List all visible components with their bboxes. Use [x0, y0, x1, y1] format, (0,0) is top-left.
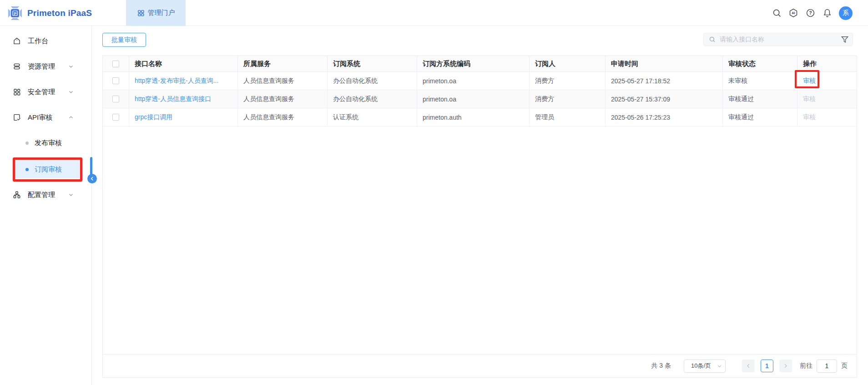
- table-header-row: 接口名称所属服务订阅系统订阅方系统编码订阅人申请时间审核状态操作: [103, 56, 857, 72]
- goto-page-input[interactable]: 1: [817, 360, 837, 373]
- apps-grid-icon: [13, 88, 21, 96]
- audit-action-link[interactable]: 审核: [803, 77, 816, 85]
- app-logo: P Primeton iPaaS: [7, 0, 92, 26]
- search-icon: [709, 36, 716, 43]
- service-cell: 人员信息查询服务: [238, 72, 328, 90]
- sidebar-subitem-label: 订阅审核: [35, 165, 62, 174]
- batch-audit-button[interactable]: 批量审核: [102, 33, 146, 47]
- search-placeholder: 请输入接口名称: [720, 35, 764, 44]
- pagination-bar: 共 3 条 10条/页 1 前往 1 页: [103, 354, 857, 377]
- table-row: http穿透-发布审批-人员查询... 人员信息查询服务 办公自动化系统 pri…: [103, 72, 857, 90]
- apply-time-cell: 2025-05-27 17:18:52: [606, 72, 723, 90]
- api-name-link[interactable]: http穿透-人员信息查询接口: [135, 95, 211, 103]
- page-size-select[interactable]: 10条/页: [684, 360, 726, 373]
- tab-management-portal[interactable]: 管理门户: [126, 0, 186, 26]
- sidebar-item-api-audit[interactable]: API审核: [0, 108, 92, 127]
- app-page: P Primeton iPaaS 管理门户: [0, 0, 868, 385]
- sidebar-item-label: 资源管理: [28, 62, 55, 71]
- svg-text:P: P: [14, 11, 16, 15]
- chevron-down-icon: [717, 364, 722, 369]
- filter-funnel-icon[interactable]: [840, 35, 849, 44]
- logo-icon: P: [7, 5, 23, 21]
- table-row: http穿透-人员信息查询接口 人员信息查询服务 办公自动化系统 primeto…: [103, 90, 857, 108]
- audit-status-cell: 审核通过: [723, 90, 797, 108]
- help-icon[interactable]: ?: [805, 8, 815, 18]
- table-row: grpc接口调用 人员信息查询服务 认证系统 primeton.auth 管理员…: [103, 108, 857, 127]
- tab-label: 管理门户: [148, 9, 175, 17]
- main-content: 批量审核 请输入接口名称 接口名称所属服务订阅系统订阅方系统编码订阅人申请时间审…: [92, 26, 868, 385]
- subscribe-system-cell: 办公自动化系统: [328, 72, 417, 90]
- chevron-up-icon: [68, 115, 74, 120]
- resource-icon: [13, 62, 21, 71]
- audit-action-link: 审核: [803, 95, 816, 103]
- api-name-link[interactable]: grpc接口调用: [135, 113, 172, 122]
- audit-status-cell: 审核通过: [723, 108, 797, 126]
- portal-grid-icon: [137, 9, 145, 17]
- select-all-checkbox[interactable]: [112, 61, 119, 67]
- sidebar-item-label: API审核: [28, 113, 52, 122]
- next-page-button[interactable]: [779, 360, 792, 372]
- bullet-dot-icon: [25, 142, 29, 145]
- column-header: 订阅系统: [328, 56, 417, 71]
- row-checkbox-cell: [103, 72, 129, 90]
- sidebar-collapse-button[interactable]: [87, 174, 97, 183]
- row-checkbox-cell: [103, 108, 129, 126]
- api-name-link[interactable]: http穿透-发布审批-人员查询...: [135, 77, 218, 85]
- column-header: 所属服务: [238, 56, 328, 71]
- total-count-label: 共 3 条: [651, 362, 671, 370]
- column-header: 申请时间: [606, 56, 723, 71]
- sidebar-item-config-mgmt[interactable]: 配置管理: [0, 186, 92, 204]
- subscribe-system-cell: 认证系统: [328, 108, 417, 126]
- table-body: http穿透-发布审批-人员查询... 人员信息查询服务 办公自动化系统 pri…: [103, 72, 857, 127]
- audit-table-card: 接口名称所属服务订阅系统订阅方系统编码订阅人申请时间审核状态操作 http穿透-…: [102, 56, 857, 378]
- system-code-cell: primeton.auth: [417, 108, 530, 126]
- system-code-cell: primeton.oa: [417, 72, 530, 90]
- top-header: P Primeton iPaaS 管理门户: [0, 0, 868, 26]
- svg-text:?: ?: [809, 10, 812, 15]
- notification-bell-icon[interactable]: [822, 8, 832, 18]
- column-header: 操作: [797, 56, 857, 71]
- goto-label: 前往: [800, 362, 812, 370]
- sidebar-item-label: 安全管理: [28, 88, 55, 96]
- row-checkbox[interactable]: [112, 114, 119, 121]
- page-unit-label: 页: [841, 362, 848, 370]
- sidebar-item-label: 配置管理: [28, 191, 55, 199]
- subscriber-cell: 消费方: [530, 72, 606, 90]
- user-avatar[interactable]: 系: [839, 6, 853, 20]
- sidebar-item-label: 工作台: [28, 37, 48, 46]
- header-actions: AI ? 系: [772, 0, 853, 26]
- sitemap-icon: [13, 191, 21, 199]
- current-page-button[interactable]: 1: [761, 360, 773, 372]
- header-checkbox-cell: [103, 56, 129, 71]
- apply-time-cell: 2025-05-27 15:37:09: [606, 90, 723, 108]
- bullet-dot-icon: [25, 168, 29, 171]
- sidebar-item-workbench[interactable]: 工作台: [0, 32, 92, 50]
- subscriber-cell: 管理员: [530, 108, 606, 126]
- audit-action-link: 审核: [803, 113, 816, 122]
- page-size-value: 10条/页: [691, 362, 711, 370]
- sidebar-item-security-mgmt[interactable]: 安全管理: [0, 83, 92, 101]
- sidebar-item-resource-mgmt[interactable]: 资源管理: [0, 57, 92, 76]
- column-header: 审核状态: [723, 56, 797, 71]
- app-title: Primeton iPaaS: [27, 8, 92, 18]
- chevron-down-icon: [68, 64, 74, 69]
- row-checkbox[interactable]: [112, 96, 119, 102]
- apply-time-cell: 2025-05-26 17:25:23: [606, 108, 723, 126]
- home-icon: [13, 37, 21, 45]
- row-checkbox[interactable]: [112, 77, 119, 84]
- sidebar-item-subscribe-audit[interactable]: 订阅审核: [15, 160, 81, 178]
- search-icon[interactable]: [772, 8, 782, 18]
- search-input[interactable]: 请输入接口名称: [703, 33, 853, 46]
- ai-assistant-icon[interactable]: AI: [788, 8, 798, 18]
- sidebar-nav: 工作台 资源管理 安全管理: [0, 26, 92, 385]
- audit-status-cell: 未审核: [723, 72, 797, 90]
- sidebar-item-publish-audit[interactable]: 发布审核: [15, 134, 81, 152]
- service-cell: 人员信息查询服务: [238, 108, 328, 126]
- system-code-cell: primeton.oa: [417, 90, 530, 108]
- subscribe-system-cell: 办公自动化系统: [328, 90, 417, 108]
- chevron-down-icon: [68, 192, 74, 198]
- prev-page-button[interactable]: [742, 360, 755, 372]
- chevron-down-icon: [68, 89, 74, 95]
- column-header: 接口名称: [129, 56, 238, 71]
- audit-doc-icon: [13, 113, 21, 122]
